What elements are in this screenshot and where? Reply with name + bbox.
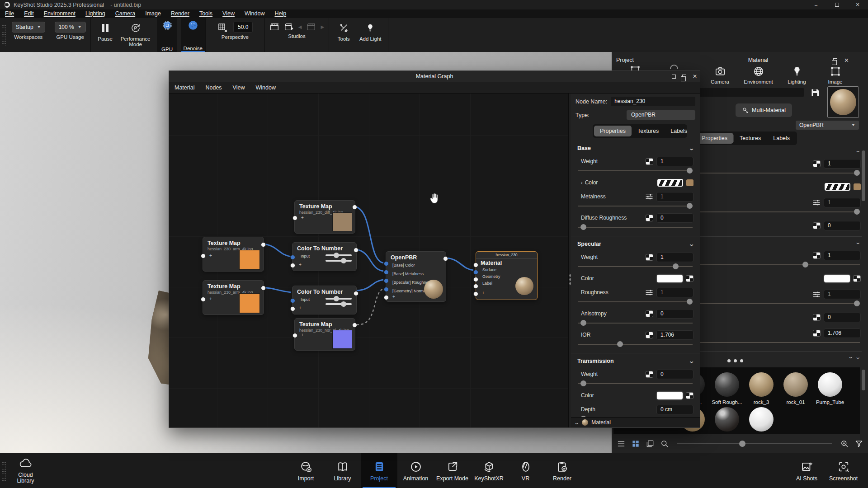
mixer-icon[interactable] [812, 291, 821, 298]
value-field[interactable]: 0 [824, 313, 861, 322]
node-texture-map-arm2[interactable]: Texture Map hessian_230_arm_4k.jpg + [203, 280, 264, 315]
input-port-geometry-normal[interactable] [384, 287, 389, 292]
texture-icon[interactable] [813, 222, 821, 229]
next-studio-icon[interactable]: ▶ [321, 24, 324, 29]
value-field[interactable]: 1 [656, 288, 693, 297]
value-field[interactable]: 1.706 [824, 328, 861, 338]
texture-icon[interactable] [646, 310, 653, 317]
mixer-icon[interactable] [645, 289, 653, 296]
node-tab-textures[interactable]: Textures [632, 126, 665, 136]
texture-icon[interactable] [813, 314, 821, 321]
add-port[interactable] [290, 263, 295, 268]
texture-icon[interactable] [646, 215, 653, 221]
value-slider[interactable] [578, 380, 693, 386]
texture-driven-swatch[interactable] [825, 183, 850, 191]
node-tab-labels[interactable]: Labels [665, 126, 693, 136]
pause-button[interactable]: Pause [95, 22, 115, 42]
material-tab-properties[interactable]: Properties [696, 133, 733, 144]
studio-icon[interactable] [269, 22, 279, 32]
prev-studio-icon[interactable]: ◀ [298, 24, 302, 29]
tools-button[interactable]: Tools [334, 22, 354, 42]
texture-driven-swatch[interactable] [657, 179, 683, 187]
node-tab-properties[interactable]: Properties [594, 126, 632, 136]
float-panel-icon[interactable] [833, 58, 837, 62]
output-port[interactable] [354, 248, 359, 253]
taskbar-screenshot[interactable]: Screenshot [825, 453, 862, 488]
close-window-icon[interactable]: ✕ [693, 73, 697, 80]
node-material-hessian-230[interactable]: hessian_230 Material SurfaceGeometryLabe… [476, 251, 538, 300]
layers-view-icon[interactable] [646, 439, 655, 448]
mixer-icon[interactable] [645, 193, 653, 200]
material-name-field[interactable] [696, 88, 804, 97]
texture-icon[interactable] [813, 252, 821, 259]
node-color-to-number-2[interactable]: Color To Number Input + [292, 286, 357, 314]
value-field[interactable]: 0 cm [656, 405, 693, 414]
denoise-toggle[interactable]: Denoise [181, 18, 205, 52]
input-port[interactable] [201, 253, 206, 258]
add-light-button[interactable]: Add Light [357, 22, 383, 42]
material-tab-textures[interactable]: Textures [734, 133, 767, 144]
input-port-surface[interactable] [473, 270, 478, 275]
node-openpbr[interactable]: OpenPBR [Base] Color[Base] Metalness[Spe… [386, 251, 446, 302]
output-port[interactable] [261, 242, 266, 247]
gpu-toggle[interactable]: GPU [157, 18, 177, 52]
input-port-base-color[interactable] [384, 261, 389, 266]
output-port[interactable] [352, 205, 357, 210]
mixer-icon[interactable] [812, 199, 821, 206]
library-material-soft-rough-[interactable]: Soft Rough... [715, 372, 739, 405]
output-port[interactable] [443, 256, 448, 261]
material-collapse-bar[interactable]: ⌄ Material [571, 417, 700, 427]
taskbar-project[interactable]: Project [361, 453, 397, 488]
texture-icon[interactable] [813, 160, 821, 167]
more-rows-dots[interactable] [727, 358, 743, 364]
node-name-field[interactable]: hessian_230 [611, 97, 695, 106]
save-material-icon[interactable] [810, 87, 821, 98]
input-port[interactable] [290, 298, 295, 303]
maximize-button[interactable] [826, 0, 847, 9]
texture-icon[interactable] [813, 330, 821, 337]
menu-view[interactable]: View [217, 9, 240, 18]
value-slider[interactable] [578, 341, 693, 347]
value-slider[interactable] [578, 263, 693, 269]
menu-image[interactable]: Image [140, 9, 166, 18]
close-panel-icon[interactable]: ✕ [844, 57, 849, 64]
input-port-label[interactable] [473, 284, 478, 289]
library-scrollbar[interactable] [862, 370, 865, 390]
node-texture-map-normal[interactable]: Texture Map hessian_230_nor_gl_4k.jpg + [294, 318, 355, 351]
output-port[interactable] [261, 286, 266, 291]
node-color-to-number-1[interactable]: Color To Number Input + [292, 242, 357, 271]
value-field[interactable]: 1 [824, 251, 861, 260]
material-preview[interactable] [827, 86, 859, 118]
value-field[interactable]: 1 [656, 192, 693, 202]
input-port-specular-roughness[interactable] [384, 278, 389, 283]
menu-tools[interactable]: Tools [194, 9, 217, 18]
taskbar-grip[interactable] [2, 461, 6, 482]
add-port[interactable] [290, 306, 295, 311]
value-slider[interactable] [578, 299, 693, 305]
menu-file[interactable]: File [0, 9, 19, 18]
texture-icon[interactable] [853, 275, 861, 282]
library-material-rock_01[interactable]: rock_01 [783, 372, 808, 405]
color-swatch[interactable] [686, 179, 693, 186]
type-field[interactable]: OpenPBR [627, 110, 695, 120]
texture-icon[interactable] [646, 158, 653, 165]
graph-menu-window[interactable]: Window [250, 84, 281, 91]
taskbar-export-mode[interactable]: Export Mode [434, 453, 471, 488]
maximize-window-icon[interactable] [672, 75, 676, 79]
material-type-dropdown[interactable]: OpenPBR ▼ [796, 121, 859, 130]
project-tab-label[interactable]: Project [616, 57, 634, 63]
value-field[interactable]: 1 [824, 198, 861, 207]
panel-scrollbar[interactable] [862, 150, 865, 201]
input-port[interactable] [201, 297, 206, 302]
color-swatch[interactable] [824, 275, 850, 282]
material-tab-lighting[interactable]: Lighting [778, 66, 816, 84]
taskbar-animation[interactable]: Animation [397, 453, 434, 488]
library-material[interactable] [749, 407, 774, 434]
node-texture-map-diff[interactable]: Texture Map hessian_230_diff_4k.jpg + [294, 200, 355, 234]
add-port[interactable] [384, 295, 389, 300]
color-swatch[interactable] [657, 275, 683, 282]
output-port[interactable] [352, 323, 357, 328]
performance-mode-button[interactable]: Performance Mode [119, 22, 152, 47]
value-slider[interactable] [578, 203, 693, 209]
texture-icon[interactable] [646, 371, 653, 378]
